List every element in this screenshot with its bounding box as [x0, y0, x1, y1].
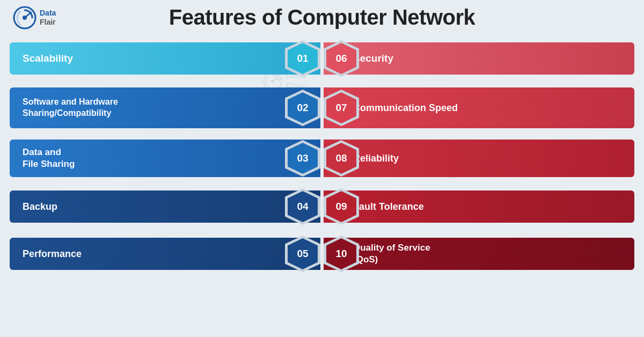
label-data-sharing: Data andFile Sharing [23, 146, 75, 170]
hex-08: 08 [321, 138, 361, 178]
hex-09: 09 [321, 187, 361, 226]
left-row-3: Data andFile Sharing 03 [10, 135, 320, 181]
left-row-1: Scalability 01 [10, 36, 320, 80]
bar-scalability: Scalability [10, 42, 320, 75]
right-row-1: 06 Security [324, 36, 634, 80]
hex-07: 07 [321, 88, 361, 128]
bar-security: Security [324, 42, 634, 75]
right-row-3: 08 Reliability [324, 135, 634, 181]
right-row-5: 10 Quality of Service(QoS) [324, 232, 634, 276]
hex-06: 06 [321, 39, 361, 78]
label-qos: Quality of Service(QoS) [353, 242, 430, 266]
logo-area: Data Flair [13, 6, 67, 30]
left-row-2: Software and HardwareSharing/Compatibili… [10, 84, 320, 132]
features-grid: Scalability 01 [0, 33, 644, 281]
number-09: 09 [335, 201, 347, 213]
label-comm-speed: Communication Speed [353, 102, 458, 114]
number-04: 04 [297, 201, 308, 213]
label-software: Software and HardwareSharing/Compatibili… [23, 97, 118, 119]
number-08: 08 [335, 152, 347, 164]
hex-04: 04 [283, 187, 323, 226]
number-03: 03 [297, 152, 308, 164]
bar-comm-speed: Communication Speed [324, 87, 634, 128]
left-row-5: Performance 05 [10, 232, 320, 276]
number-07: 07 [335, 102, 347, 114]
number-06: 06 [335, 53, 347, 64]
bar-qos: Quality of Service(QoS) [324, 238, 634, 270]
hex-02: 02 [283, 88, 323, 128]
number-02: 02 [297, 102, 308, 114]
bar-fault-tolerance: Fault Tolerance [324, 191, 634, 223]
hex-03: 03 [283, 138, 323, 178]
label-backup: Backup [23, 201, 57, 213]
left-row-4: Backup 04 [10, 185, 320, 229]
hex-01: 01 [283, 39, 323, 78]
right-row-4: 09 Fault Tolerance [324, 185, 634, 229]
bar-data-sharing: Data andFile Sharing [10, 140, 320, 177]
right-row-2: 07 Communication Speed [324, 84, 634, 132]
label-scalability: Scalability [23, 53, 73, 64]
label-performance: Performance [23, 248, 82, 260]
bar-backup: Backup [10, 191, 320, 223]
page-title: Features of Computer Network [67, 5, 631, 30]
bar-software: Software and HardwareSharing/Compatibili… [10, 87, 320, 128]
logo-text: Data Flair [40, 9, 56, 27]
number-05: 05 [297, 248, 308, 260]
page-wrapper: Data Flair Features of Computer Network … [0, 0, 644, 337]
hex-10: 10 [321, 234, 361, 274]
number-01: 01 [297, 53, 308, 64]
bar-performance: Performance [10, 238, 320, 270]
header: Data Flair Features of Computer Network [0, 0, 644, 33]
label-fault-tolerance: Fault Tolerance [353, 201, 424, 213]
hex-05: 05 [283, 234, 323, 274]
bar-reliability: Reliability [324, 140, 634, 177]
number-10: 10 [335, 248, 347, 260]
logo-icon [13, 6, 36, 30]
